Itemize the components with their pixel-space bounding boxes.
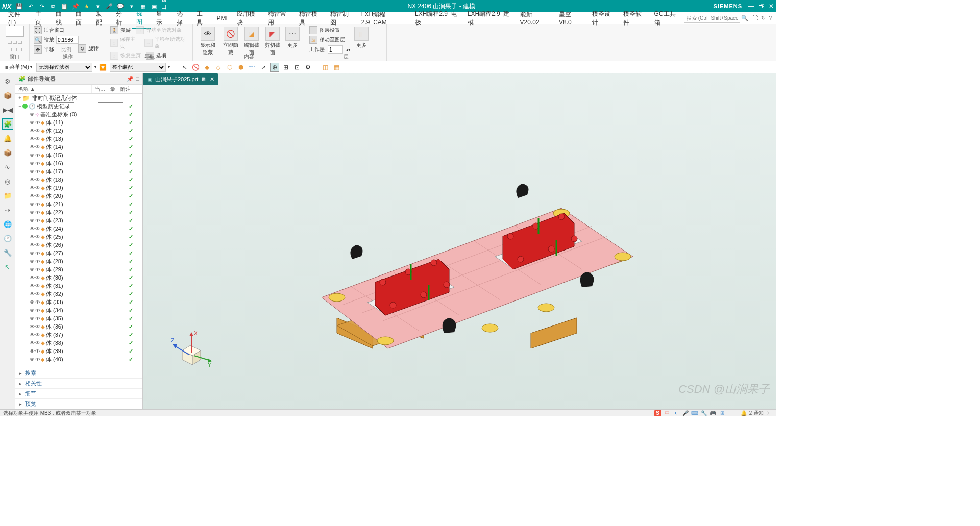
tree-row-body[interactable]: 👁👁◆体 (18)✓ [15,176,142,184]
fit-window-button[interactable]: ⛶适合窗口 [34,26,64,35]
eye-icon[interactable]: 👁 [30,291,35,297]
eye2-icon[interactable]: 👁 [35,348,40,354]
eye2-icon[interactable]: 👁 [35,357,40,362]
tree-row-body[interactable]: 👁👁◆体 (12)✓ [15,127,142,135]
eye2-icon[interactable]: 👁 [35,340,40,346]
col-notes[interactable]: 附注 [117,85,142,93]
sel-tool-icon[interactable]: ◇ [214,63,223,72]
more-button[interactable]: ⋯更多 [284,26,301,50]
eye2-icon[interactable]: 👁 [35,128,40,134]
sel-tool-icon[interactable]: ▦ [332,63,341,72]
tree-row-body[interactable]: 👁👁◆体 (37)✓ [15,331,142,339]
layout-icon[interactable] [8,41,12,44]
expand-icon[interactable]: + [17,95,22,101]
eye2-icon[interactable]: 👁 [35,283,40,289]
tree-row-body[interactable]: 👁👁◆体 (14)✓ [15,143,142,151]
eye2-icon[interactable]: 👁 [35,218,40,223]
tree-row-body[interactable]: 👁👁◆体 (11)✓ [15,118,142,127]
work-layer-input[interactable] [328,45,343,54]
tab-lxh-elec[interactable]: LXH编程2.9_电极 [411,8,462,29]
tree-row-body[interactable]: 👁👁◆体 (17)✓ [15,167,142,176]
tree-row-body[interactable]: 👁👁◆体 (38)✓ [15,339,142,347]
eye2-icon[interactable]: 👁 [35,291,40,297]
settings-icon[interactable]: ⚙ [2,76,13,87]
eye2-icon[interactable]: 👁 [35,234,40,240]
move-to-layer-button[interactable]: ⇲移动至图层 [309,35,350,44]
lang-icon[interactable]: 中 [664,410,671,417]
sel-tool-icon[interactable]: ⊞ [281,63,290,72]
sel-tool-icon[interactable]: ⬢ [236,63,246,72]
col-name[interactable]: 名称 ▲ [15,85,92,93]
close-tab-icon[interactable]: ✕ [210,76,214,83]
filter-select-1[interactable]: 无选择过滤器 [36,63,92,72]
view-triad[interactable]: X Y Z [171,330,212,371]
sel-tool-icon[interactable]: ◫ [321,63,330,72]
notify-count[interactable]: 2 通知 [749,410,764,417]
sync-icon[interactable]: ↻ [761,15,766,21]
eye2-icon[interactable]: 👁 [35,185,40,191]
tree-row-body[interactable]: 👁👁◆体 (34)✓ [15,306,142,314]
eye2-icon[interactable]: 👁 [35,120,40,126]
layout-icon[interactable] [18,48,22,51]
clip-section-button[interactable]: ◩剪切截面 [263,26,281,57]
layout-icon[interactable] [13,48,17,51]
col-current[interactable]: 当… [92,85,107,93]
accordion-detail[interactable]: 细节 [15,389,142,399]
tab-mosheng2[interactable]: 模圣软件 [619,8,649,29]
hide-now-button[interactable]: 🚫立即隐藏 [222,26,240,57]
sel-tool-icon[interactable]: ⬡ [225,63,234,72]
eye2-icon[interactable]: 👁 [35,275,40,281]
fullscreen-icon[interactable]: ⛶ [752,15,758,21]
eye-icon[interactable]: 👁 [30,299,35,305]
sel-tool-icon[interactable]: ↗ [259,63,268,72]
eye2-icon[interactable]: 👁 [35,153,40,158]
tree-row-body[interactable]: 👁👁◆体 (30)✓ [15,273,142,282]
eye-icon[interactable]: 👁 [30,242,35,248]
accordion-preview[interactable]: 预览 [15,399,142,409]
more-layer-button[interactable]: ▦更多 [353,26,370,50]
eye-icon[interactable]: 👁 [30,202,35,207]
tree-row-body[interactable]: 👁👁◆体 (28)✓ [15,257,142,265]
eye-icon[interactable]: 👁 [30,218,35,223]
tree-row-body[interactable]: 👁👁◆体 (13)✓ [15,135,142,143]
eye2-icon[interactable]: 👁 [35,169,40,174]
eye-icon[interactable]: 👁 [30,193,35,199]
nav-tree[interactable]: + 📁 非时间戳记几何体 − 🕐 模型历史记录 ✓ 👁 ⊹ 基准坐标系 (0) … [15,94,142,368]
eye-icon[interactable]: 👁 [30,275,35,281]
collapse-icon[interactable]: − [17,104,22,109]
filter-select-2[interactable]: 整个装配 [110,63,166,72]
eye2-icon[interactable]: 👁 [35,161,40,166]
cursor-icon[interactable]: ↖ [2,261,13,272]
stroll-button[interactable]: 🚶漫游 [110,26,131,35]
eye-icon[interactable]: 👁 [30,144,35,150]
sel-tool-icon[interactable]: 〰 [248,63,257,72]
tab-mosheng1[interactable]: 模圣设计 [588,8,618,29]
layout-icon[interactable] [8,48,12,51]
eye-icon[interactable]: 👁 [30,267,35,272]
minimize-button[interactable]: — [748,3,754,10]
eye-icon[interactable]: 👁 [30,210,35,215]
tab-xingkong[interactable]: 星空 V8.0 [555,9,587,28]
tree-row-body[interactable]: 👁👁◆体 (23)✓ [15,216,142,224]
eye-icon[interactable]: 👁 [30,348,35,354]
game-icon[interactable]: 🎮 [709,410,717,417]
tree-row-body[interactable]: 👁👁◆体 (39)✓ [15,347,142,355]
tree-row-coord[interactable]: 👁 ⊹ 基准坐标系 (0) ✓ [15,110,142,118]
tab-nengxin[interactable]: 能新 V20.02 [516,9,554,28]
eye-icon[interactable]: 👁 [30,128,35,134]
eye-icon[interactable]: 👁 [30,234,35,240]
sel-tool-icon[interactable]: ◆ [203,63,212,72]
sel-tool-icon[interactable]: ⊡ [292,63,302,72]
eye-icon[interactable]: 👁 [30,185,35,191]
close-button[interactable]: ✕ [769,3,774,10]
accordion-search[interactable]: 搜索 [15,368,142,379]
globe-icon[interactable]: 🌐 [2,218,13,230]
eye2-icon[interactable]: 👁 [35,251,40,256]
show-hide-button[interactable]: 👁显示和隐藏 [197,26,219,57]
constraint-icon[interactable]: ▶◀ [2,104,13,115]
tree-row-body[interactable]: 👁👁◆体 (40)✓ [15,355,142,363]
mic-icon[interactable]: 🎤 [682,410,689,417]
eye2-icon[interactable]: 👁 [35,324,40,330]
eye2-icon[interactable]: 👁 [35,308,40,313]
eye2-icon[interactable]: 👁 [35,226,40,232]
